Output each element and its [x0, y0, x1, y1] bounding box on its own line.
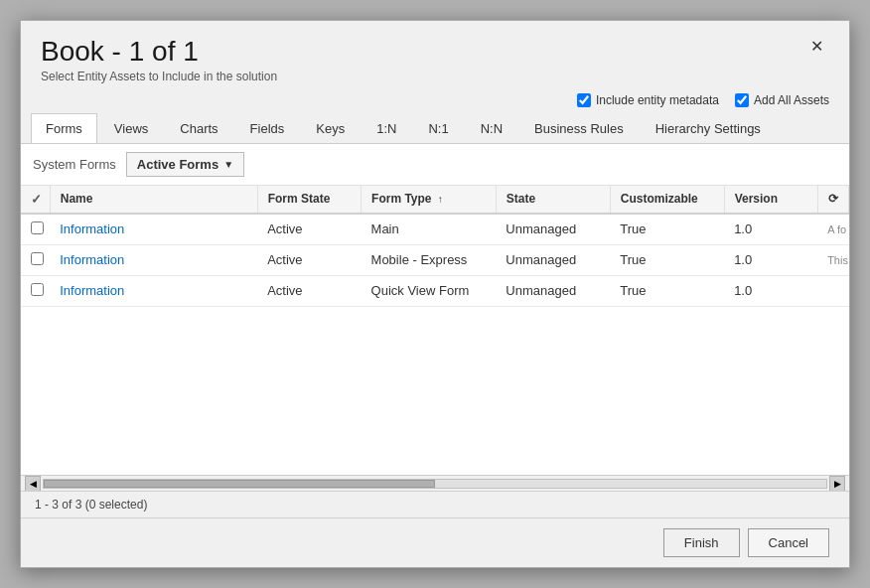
row-customizable: True	[610, 244, 724, 275]
row-state: Unmanaged	[496, 244, 610, 275]
tab-n1[interactable]: N:1	[413, 113, 463, 143]
scroll-left-arrow[interactable]: ◀	[25, 476, 41, 492]
header-options: Include entity metadata Add All Assets	[21, 87, 849, 113]
status-bar: 1 - 3 of 3 (0 selected)	[21, 491, 849, 517]
col-check: ✓	[21, 186, 50, 214]
table-row: Information Active Quick View Form Unman…	[21, 275, 849, 306]
tabs-bar: Forms Views Charts Fields Keys 1:N N:1 N…	[21, 113, 849, 144]
forms-table: ✓ Name Form State Form Type ↑ State Cust…	[21, 186, 849, 307]
active-forms-dropdown[interactable]: Active Forms ▼	[126, 152, 244, 177]
add-all-assets-checkbox[interactable]	[735, 93, 749, 107]
scroll-right-arrow[interactable]: ▶	[829, 476, 845, 492]
scroll-thumb[interactable]	[44, 480, 435, 488]
tab-hierarchy-settings[interactable]: Hierarchy Settings	[641, 113, 776, 143]
include-metadata-option[interactable]: Include entity metadata	[577, 93, 719, 107]
finish-button[interactable]: Finish	[663, 528, 740, 557]
add-all-assets-option[interactable]: Add All Assets	[735, 93, 829, 107]
include-metadata-checkbox[interactable]	[577, 93, 591, 107]
content-area: System Forms Active Forms ▼ ✓ Name Form …	[21, 144, 849, 491]
col-state[interactable]: State	[496, 186, 610, 214]
footer: Finish Cancel	[21, 517, 849, 567]
tab-keys[interactable]: Keys	[301, 113, 360, 143]
row-version: 1.0	[724, 214, 817, 245]
row-extra: This	[817, 244, 848, 275]
tab-fields[interactable]: Fields	[235, 113, 300, 143]
row-form-type: Mobile - Express	[362, 244, 497, 275]
row-form-state: Active	[257, 214, 361, 245]
dropdown-label: Active Forms	[137, 157, 218, 172]
close-button[interactable]: ✕	[804, 37, 829, 57]
row-version: 1.0	[724, 275, 817, 306]
row-customizable: True	[610, 275, 724, 306]
table-container: ✓ Name Form State Form Type ↑ State Cust…	[21, 186, 849, 475]
row-form-type: Quick View Form	[362, 275, 497, 306]
scroll-track[interactable]	[43, 479, 827, 489]
col-form-state[interactable]: Form State	[257, 186, 361, 214]
dialog-title: Book - 1 of 1	[41, 37, 277, 68]
row-form-state: Active	[257, 275, 361, 306]
cancel-button[interactable]: Cancel	[748, 528, 829, 557]
row-version: 1.0	[724, 244, 817, 275]
horizontal-scrollbar[interactable]: ◀ ▶	[21, 475, 849, 491]
dialog-subtitle: Select Entity Assets to Include in the s…	[41, 70, 277, 83]
row-name[interactable]: Information	[50, 214, 257, 245]
row-check[interactable]	[21, 214, 50, 245]
row-extra	[817, 275, 848, 306]
add-all-assets-label: Add All Assets	[754, 93, 829, 107]
subheader: System Forms Active Forms ▼	[21, 144, 849, 186]
row-name[interactable]: Information	[50, 244, 257, 275]
tab-1n[interactable]: 1:N	[362, 113, 411, 143]
tab-nn[interactable]: N:N	[466, 113, 517, 143]
table-body: Information Active Main Unmanaged True 1…	[21, 214, 849, 307]
system-forms-label: System Forms	[33, 157, 116, 172]
col-customizable[interactable]: Customizable	[610, 186, 724, 214]
main-dialog: Book - 1 of 1 Select Entity Assets to In…	[20, 20, 850, 568]
tab-charts[interactable]: Charts	[165, 113, 232, 143]
row-check[interactable]	[21, 244, 50, 275]
tab-business-rules[interactable]: Business Rules	[519, 113, 639, 143]
row-name[interactable]: Information	[50, 275, 257, 306]
row-extra: A fo	[817, 214, 848, 245]
chevron-down-icon: ▼	[223, 159, 233, 170]
tab-views[interactable]: Views	[99, 113, 163, 143]
row-form-type: Main	[362, 214, 497, 245]
table-row: Information Active Main Unmanaged True 1…	[21, 214, 849, 245]
col-version[interactable]: Version	[724, 186, 817, 214]
row-check[interactable]	[21, 275, 50, 306]
row-state: Unmanaged	[496, 275, 610, 306]
include-metadata-label: Include entity metadata	[596, 93, 719, 107]
sort-icon: ↑	[438, 194, 443, 205]
row-customizable: True	[610, 214, 724, 245]
title-section: Book - 1 of 1 Select Entity Assets to In…	[41, 37, 277, 83]
tab-forms[interactable]: Forms	[31, 113, 97, 143]
row-form-state: Active	[257, 244, 361, 275]
row-state: Unmanaged	[496, 214, 610, 245]
col-form-type[interactable]: Form Type ↑	[362, 186, 497, 214]
table-row: Information Active Mobile - Express Unma…	[21, 244, 849, 275]
col-extra: ⟳	[817, 186, 848, 214]
col-name[interactable]: Name	[50, 186, 257, 214]
title-bar: Book - 1 of 1 Select Entity Assets to In…	[21, 21, 849, 87]
status-text: 1 - 3 of 3 (0 selected)	[35, 498, 147, 512]
table-header-row: ✓ Name Form State Form Type ↑ State Cust…	[21, 186, 849, 214]
